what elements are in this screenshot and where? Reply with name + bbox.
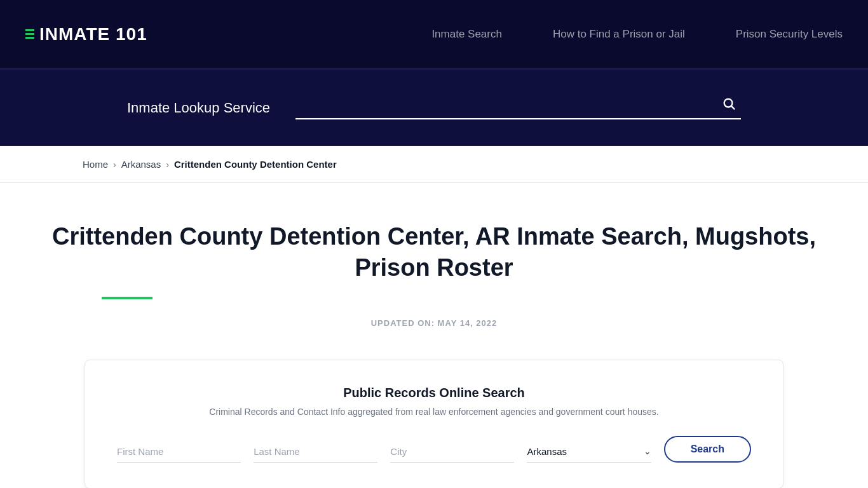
top-navigation: INMATE 101 Inmate Search How to Find a P… — [0, 0, 868, 70]
logo-text: INMATE 101 — [39, 24, 147, 44]
state-select-wrapper: AlabamaAlaskaArizonaArkansasCaliforniaCo… — [527, 442, 651, 463]
last-name-field — [254, 441, 377, 463]
breadcrumb-state[interactable]: Arkansas — [121, 159, 161, 170]
breadcrumb-separator-2: › — [166, 159, 169, 170]
last-name-input[interactable] — [254, 441, 377, 463]
search-input-wrapper — [295, 97, 741, 119]
breadcrumb: Home › Arkansas › Crittenden County Dete… — [0, 146, 868, 183]
search-section-label: Inmate Lookup Service — [127, 100, 270, 116]
inmate-search-link[interactable]: Inmate Search — [431, 28, 502, 41]
breadcrumb-home[interactable]: Home — [83, 159, 108, 170]
search-icon — [722, 97, 736, 111]
search-button[interactable]: Search — [664, 436, 751, 463]
city-field — [390, 441, 514, 463]
main-content: Crittenden County Detention Center, AR I… — [0, 183, 868, 488]
find-prison-link[interactable]: How to Find a Prison or Jail — [553, 28, 685, 41]
chevron-down-icon: ⌄ — [644, 446, 651, 456]
state-field: AlabamaAlaskaArizonaArkansasCaliforniaCo… — [527, 442, 651, 463]
public-records-search-box: Public Records Online Search Criminal Re… — [85, 360, 783, 488]
security-levels-link[interactable]: Prison Security Levels — [736, 28, 843, 41]
state-select[interactable]: AlabamaAlaskaArizonaArkansasCaliforniaCo… — [527, 442, 643, 461]
svg-line-1 — [731, 106, 735, 109]
first-name-input[interactable] — [117, 441, 241, 463]
search-section: Inmate Lookup Service — [0, 70, 868, 146]
title-underline — [102, 297, 153, 299]
logo-bars-icon — [25, 29, 34, 39]
logo[interactable]: INMATE 101 — [25, 24, 147, 44]
search-input[interactable] — [295, 98, 717, 112]
updated-label: UPDATED ON: MAY 14, 2022 — [51, 318, 817, 328]
search-box-title: Public Records Online Search — [117, 386, 751, 400]
search-icon-button[interactable] — [717, 97, 741, 114]
first-name-field — [117, 441, 241, 463]
nav-links: Inmate Search How to Find a Prison or Ja… — [431, 28, 843, 41]
search-form: AlabamaAlaskaArizonaArkansasCaliforniaCo… — [117, 436, 751, 463]
svg-point-0 — [724, 98, 733, 107]
city-input[interactable] — [390, 441, 514, 463]
page-title: Crittenden County Detention Center, AR I… — [51, 221, 817, 284]
search-box-description: Criminal Records and Contact Info aggreg… — [117, 407, 751, 417]
breadcrumb-current: Crittenden County Detention Center — [174, 159, 337, 170]
breadcrumb-separator-1: › — [113, 159, 116, 170]
